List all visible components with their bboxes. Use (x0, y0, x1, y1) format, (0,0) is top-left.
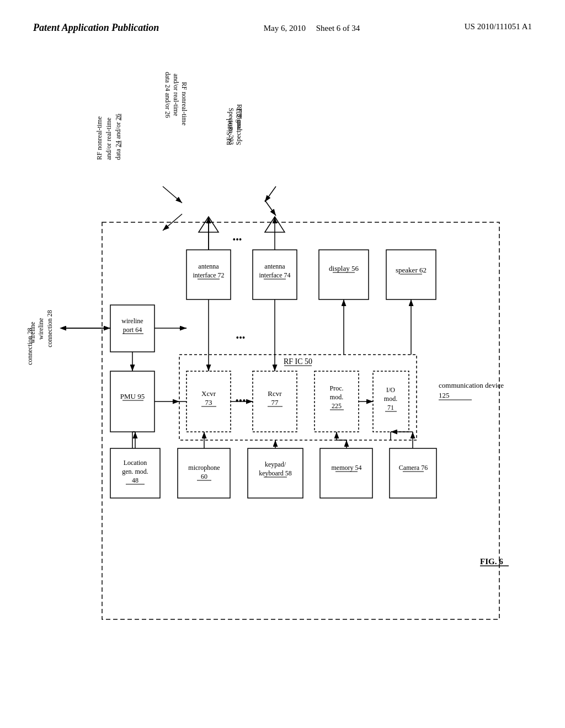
rcvr-label: Rcvr (268, 389, 282, 398)
patent-diagram: communication device 125 FIG. 6 RF IC 50… (0, 46, 565, 708)
svg-rect-3 (102, 222, 499, 619)
svg-text:gen. mod.: gen. mod. (122, 468, 148, 475)
fig-label: FIG. 6 (480, 557, 503, 566)
ant-if-74-label: antenna (264, 263, 285, 270)
svg-rect-24 (110, 371, 154, 432)
svg-text:connection 28: connection 28 (26, 328, 34, 365)
svg-rect-16 (315, 371, 359, 432)
svg-line-56 (163, 214, 182, 231)
io-mod-label: I/O (386, 386, 395, 394)
svg-text:RF nonreal-time: RF nonreal-time (180, 82, 188, 125)
svg-text:connection 28: connection 28 (46, 310, 54, 347)
proc-mod-label: Proc. (330, 384, 344, 392)
memory-label: memory 54 (332, 464, 362, 472)
xcvr-label: Xcvr (201, 389, 216, 398)
svg-text:port 64: port 64 (123, 326, 142, 334)
svg-line-57 (163, 186, 182, 203)
svg-text:125: 125 (439, 391, 450, 399)
ant-if-72-label: antenna (198, 263, 219, 270)
svg-text:77: 77 (271, 398, 279, 406)
svg-text:interface 72: interface 72 (193, 271, 225, 279)
page-header: Patent Application Publication May 6, 20… (0, 0, 565, 46)
svg-rect-35 (319, 250, 369, 299)
keypad-label: keypad/ (265, 461, 286, 468)
svg-text:interface 74: interface 74 (259, 271, 291, 279)
rf-signal-spectrum-label: RF SignalSpectrum 203 (225, 108, 243, 145)
svg-text:keyboard 58: keyboard 58 (259, 469, 292, 477)
svg-rect-37 (386, 250, 436, 299)
wireline-port-label: wireline (121, 317, 143, 325)
svg-text:71: 71 (387, 404, 394, 411)
rf-ic-label: RF IC 50 (284, 357, 312, 366)
svg-text:wireline: wireline (37, 318, 45, 339)
diagram-area: communication device 125 FIG. 6 RF IC 50… (0, 46, 565, 708)
speaker-label: speaker 62 (396, 266, 427, 274)
svg-text:48: 48 (132, 477, 138, 484)
patent-number: US 2010/111051 A1 (465, 22, 532, 31)
pmu-label: PMU 95 (120, 392, 145, 400)
svg-text:and/or real-time: and/or real-time (172, 73, 180, 116)
svg-text:•••: ••• (233, 235, 242, 244)
svg-text:225: 225 (332, 402, 342, 410)
svg-text:60: 60 (201, 473, 207, 480)
publication-label: Patent Application Publication (33, 22, 159, 34)
camera-label: Camera 76 (399, 464, 428, 472)
communication-device-label: communication device (439, 381, 504, 389)
svg-text:mod.: mod. (384, 395, 397, 403)
display-label: display 56 (329, 264, 359, 272)
rf-nonrealtime-label: RF nonreal-timeand/or real-timedata 24 a… (95, 114, 122, 160)
svg-line-58 (265, 200, 276, 216)
location-gen-label: Location (124, 459, 147, 467)
svg-line-59 (265, 186, 276, 202)
svg-text:•••: ••• (236, 395, 246, 406)
svg-rect-51 (390, 448, 436, 498)
svg-text:•••: ••• (236, 333, 246, 342)
svg-text:mod.: mod. (330, 393, 343, 401)
sheet-info: May 6, 2010 Sheet 6 of 34 (264, 22, 360, 35)
microphone-label: microphone (188, 464, 220, 472)
svg-text:data 24 and/or 26: data 24 and/or 26 (164, 72, 172, 118)
svg-text:73: 73 (205, 398, 212, 406)
svg-rect-49 (320, 448, 372, 498)
